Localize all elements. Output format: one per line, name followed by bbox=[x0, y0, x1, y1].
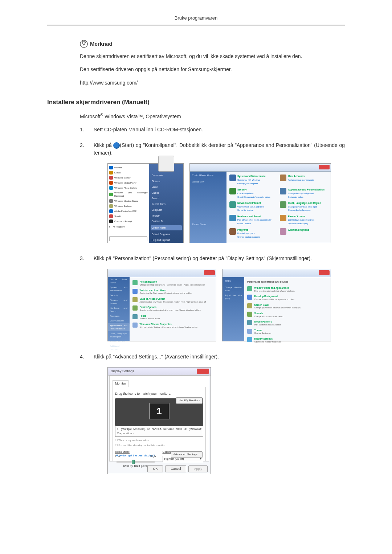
note-paragraph-1: Denne skjermdriveren er sertifisert av M… bbox=[80, 52, 345, 60]
step-2-pre: Klikk på bbox=[94, 142, 113, 148]
step-1-text: Sett CD-platen Manual inn i CD-ROM-stasj… bbox=[94, 126, 345, 134]
identify-monitors-button[interactable]: Identify Monitors bbox=[176, 397, 203, 404]
step-number: 4. bbox=[80, 353, 87, 478]
ok-button[interactable]: OK bbox=[147, 465, 163, 473]
close-icon[interactable] bbox=[197, 369, 209, 374]
start-orb-icon bbox=[113, 142, 120, 149]
os-line: Microsoft® Windows Vista™, Operativsyste… bbox=[80, 112, 345, 120]
step-2-post: (Start) og "Kontrollpanel". Dobbeltklikk… bbox=[94, 142, 345, 156]
step-4-text: Klikk på "Advanced Settings..." (Avanser… bbox=[94, 353, 345, 478]
svg-point-0 bbox=[80, 40, 87, 48]
note-paragraph-2: Den sertifiserte driveren oppgis på nett… bbox=[80, 65, 345, 73]
note-url: http://www.samsung.com/ bbox=[80, 79, 345, 87]
cancel-button[interactable]: Cancel bbox=[165, 465, 186, 473]
main-monitor-checkbox: ☐ This is my main monitor bbox=[115, 438, 203, 443]
step-number: 3. bbox=[80, 255, 87, 345]
step-number: 1. bbox=[80, 126, 87, 134]
device-select[interactable]: 1. (Multiple Monitors) on NVIDIA GeForce… bbox=[115, 426, 203, 437]
header-rule bbox=[47, 25, 345, 25]
step-2-text: Klikk på (Start) og "Kontrollpanel". Dob… bbox=[94, 141, 345, 247]
extend-desktop-checkbox: ☐ Extend the desktop onto this monitor bbox=[115, 443, 203, 448]
section-title: Installere skjermdriveren (Manuelt) bbox=[47, 98, 345, 107]
page-header: Bruke programvaren bbox=[47, 15, 345, 25]
screenshot-start-menu: Internet E-mail Welcome Center Windows M… bbox=[107, 163, 184, 243]
apply-button: Apply bbox=[188, 465, 208, 473]
screenshot-appearance: Control Panel Home System and Maintenanc… bbox=[107, 269, 216, 341]
screenshot-control-panel: Control Panel Home Classic View Recent T… bbox=[189, 163, 331, 243]
advanced-settings-button[interactable]: Advanced Settings... bbox=[171, 451, 203, 458]
step-3-text: Klikk på "Personalization" (Personaliser… bbox=[94, 255, 345, 345]
note-label: Merknad bbox=[90, 40, 113, 48]
monitor-instruction: Drag the icons to match your monitors. bbox=[115, 391, 203, 397]
resolution-slider[interactable] bbox=[117, 461, 155, 463]
screenshot-display-settings: Display Settings Monitor Drag the icons … bbox=[107, 367, 211, 474]
note-icon bbox=[80, 40, 88, 48]
step-number: 2. bbox=[80, 141, 87, 247]
monitor-icon[interactable]: 1 bbox=[149, 403, 170, 419]
help-link[interactable]: How do I get the best display? bbox=[116, 454, 155, 458]
tab-monitor[interactable]: Monitor bbox=[113, 380, 128, 387]
screenshot-personalization: Tasks Change desktop icons Adjust font s… bbox=[222, 269, 331, 341]
